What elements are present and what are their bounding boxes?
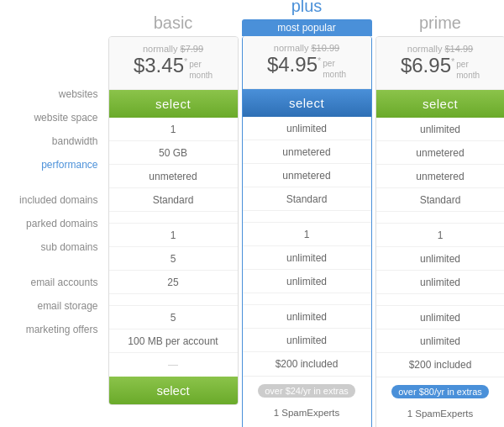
prime-websites: unlimited	[376, 118, 505, 141]
basic-spacer-2	[109, 294, 238, 306]
prime-original-price: $14.99	[444, 44, 473, 54]
basic-select-top[interactable]: select	[109, 90, 238, 118]
prime-asterisk: *	[451, 57, 454, 66]
basic-plan-name: basic	[108, 8, 239, 36]
prime-plan-box: normally $14.99 $6.95 * permonth select …	[375, 36, 505, 427]
prime-parked-domains: unlimited	[376, 247, 505, 271]
basic-website-space: 50 GB	[109, 141, 238, 165]
basic-included-domains: 1	[109, 224, 238, 247]
label-included-domains: included domains	[0, 188, 107, 212]
prime-per-month: permonth	[456, 59, 480, 81]
plus-websites: unlimited	[243, 117, 371, 140]
plus-spacer-1	[243, 211, 371, 223]
prime-price-main: $6.95 * permonth	[381, 55, 501, 81]
label-marketing-offers: marketing offers	[0, 318, 107, 341]
prime-email-accounts: unlimited	[376, 306, 505, 329]
label-bandwidth: bandwidth	[0, 129, 107, 153]
basic-plan-box: normally $7.99 $3.45 * permonth select 1…	[108, 36, 239, 405]
prime-website-space: unmetered	[376, 141, 505, 165]
basic-select-bottom[interactable]: select	[109, 377, 238, 404]
basic-plan: basic normally $7.99 $3.45 * permonth se…	[108, 8, 239, 405]
label-parked-domains: parked domains	[0, 212, 107, 235]
basic-performance: Standard	[109, 188, 238, 212]
plus-plan-name: plus	[242, 0, 372, 19]
plus-asterisk: *	[318, 56, 321, 66]
basic-features: 1 50 GB unmetered Standard 1 5 25 5 100 …	[109, 118, 238, 377]
basic-email-accounts: 5	[109, 306, 238, 329]
label-website-space: website space	[0, 106, 107, 129]
basic-asterisk: *	[184, 57, 187, 66]
prime-included-domains: 1	[376, 224, 505, 247]
basic-price: $3.45	[134, 55, 184, 76]
prime-marketing-offers: $200 included	[376, 353, 505, 377]
plus-normally: normally $10.99	[247, 43, 367, 53]
prime-price-area: normally $14.99 $6.95 * permonth	[376, 37, 505, 90]
plus-performance: Standard	[243, 187, 371, 211]
plus-extras: over $24/yr in extras 1 SpamExperts	[243, 376, 371, 427]
plus-email-storage: unlimited	[243, 329, 371, 352]
prime-email-storage: unlimited	[376, 329, 505, 353]
label-websites: websites	[0, 82, 107, 106]
prime-price: $6.95	[401, 55, 451, 76]
basic-marketing-offers: —	[109, 353, 238, 377]
plus-plan: plus most popular normally $10.99 $4.95 …	[242, 0, 372, 427]
prime-spacer-1	[376, 212, 505, 224]
plus-included-domains: 1	[243, 223, 371, 246]
plus-plan-box: normally $10.99 $4.95 * permonth select …	[242, 36, 372, 427]
prime-extras: over $80/yr in extras 1 SpamExperts 1 Do…	[376, 377, 505, 427]
label-email-accounts: email accounts	[0, 271, 107, 294]
basic-price-area: normally $7.99 $3.45 * permonth	[109, 37, 238, 90]
plus-price-area: normally $10.99 $4.95 * permonth	[243, 36, 371, 89]
plus-price-main: $4.95 * permonth	[247, 55, 367, 80]
plus-spacer-2	[243, 293, 371, 305]
label-spacer-1	[0, 177, 107, 188]
basic-sub-domains: 25	[109, 271, 238, 294]
basic-parked-domains: 5	[109, 247, 238, 271]
plus-per-month: permonth	[323, 58, 346, 80]
plus-email-accounts: unlimited	[243, 305, 371, 329]
plus-marketing-offers: $200 included	[243, 352, 371, 376]
plans-wrapper: websites website space bandwidth perform…	[8, 8, 496, 427]
basic-original-price: $7.99	[181, 44, 204, 54]
most-popular-badge: most popular	[242, 19, 372, 36]
plus-price: $4.95	[267, 55, 318, 75]
basic-normally: normally $7.99	[113, 44, 234, 54]
label-performance: performance	[0, 153, 107, 177]
plus-parked-domains: unlimited	[243, 246, 371, 270]
prime-bandwidth: unmetered	[376, 165, 505, 188]
prime-extras-item1-row: 1 SpamExperts	[376, 403, 505, 424]
basic-websites: 1	[109, 118, 238, 141]
basic-bandwidth: unmetered	[109, 165, 238, 188]
plus-extras-item1-row: 1 SpamExperts	[243, 402, 371, 424]
label-email-storage: email storage	[0, 294, 107, 318]
plus-extras-badge-row: over $24/yr in extras	[243, 380, 371, 402]
plus-website-space: unmetered	[243, 140, 371, 164]
prime-plan-name: prime	[375, 8, 505, 36]
basic-per-month: permonth	[189, 59, 213, 81]
prime-spacer-2	[376, 294, 505, 306]
plus-features: unlimited unmetered unmetered Standard 1…	[243, 117, 371, 376]
prime-normally: normally $14.99	[381, 44, 501, 54]
label-sub-domains: sub domains	[0, 235, 107, 259]
basic-spacer-1	[109, 212, 238, 224]
pricing-container: websites website space bandwidth perform…	[0, 0, 504, 427]
plus-original-price: $10.99	[311, 43, 339, 53]
plus-extras-badge: over $24/yr in extras	[258, 384, 355, 398]
basic-price-main: $3.45 * permonth	[113, 55, 234, 81]
prime-extras-badge: over $80/yr in extras	[391, 385, 489, 398]
prime-plan: prime normally $14.99 $6.95 * permonth s…	[375, 8, 505, 427]
plus-sub-domains: unlimited	[243, 270, 371, 293]
labels-column: websites website space bandwidth perform…	[0, 82, 107, 341]
prime-sub-domains: unlimited	[376, 271, 505, 294]
prime-features: unlimited unmetered unmetered Standard 1…	[376, 118, 505, 377]
basic-email-storage: 100 MB per account	[109, 329, 238, 353]
prime-extras-badge-row: over $80/yr in extras	[376, 381, 505, 403]
label-spacer-2	[0, 259, 107, 271]
plus-bandwidth: unmetered	[243, 164, 371, 187]
prime-select-top[interactable]: select	[376, 90, 505, 118]
plus-select-top[interactable]: select	[243, 89, 371, 117]
prime-performance: Standard	[376, 188, 505, 212]
